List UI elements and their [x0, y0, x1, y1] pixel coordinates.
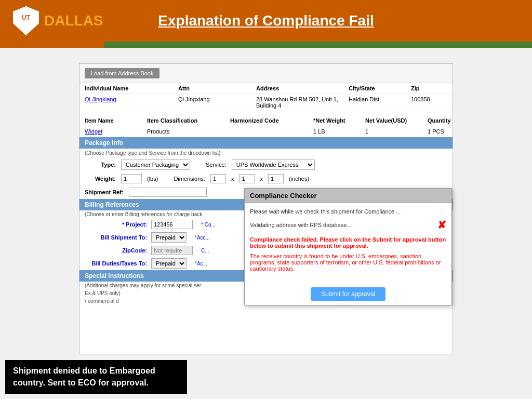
- c-label: C...: [201, 248, 209, 254]
- zipcode-input[interactable]: [151, 246, 193, 255]
- x-icon: ✘: [437, 219, 446, 231]
- col-net-weight: *Net Weight: [313, 117, 365, 124]
- col-classification: Item Classification: [147, 117, 230, 124]
- dim3-input[interactable]: [268, 174, 284, 183]
- zipcode-label: ZipCode:: [85, 247, 147, 254]
- x1: x: [231, 176, 234, 182]
- project-input[interactable]: [151, 220, 193, 229]
- item-net-value: 1: [365, 128, 428, 135]
- compliance-validating-row: Validating address with RPS database... …: [250, 219, 446, 231]
- attn-value: Qi Jingxiang: [178, 96, 256, 109]
- service-label: Service:: [206, 162, 227, 168]
- submit-highlight: Submit for approval: [373, 236, 427, 243]
- city-state-value: Haidian Dist: [349, 96, 411, 109]
- compliance-body: Please wait while we check this shipment…: [245, 203, 451, 283]
- weight-label: Weight:: [85, 176, 116, 182]
- weight-input[interactable]: [121, 174, 142, 183]
- item-name-link[interactable]: Widget: [85, 128, 147, 135]
- type-select[interactable]: Customer Packaging: [121, 159, 190, 170]
- item-header: Item Name Item Classification Harmonized…: [79, 115, 453, 126]
- logo-area: UT DALLAS: [10, 5, 103, 36]
- address-header: Individual Name Attn Address City/State …: [79, 83, 453, 94]
- bottom-caption: Shipment denied due to Embargoed country…: [5, 360, 187, 394]
- compliance-popup: Compliance Checker Please wait while we …: [244, 188, 452, 305]
- green-bar: [104, 42, 532, 48]
- col-individual-name: Individual Name: [85, 85, 178, 91]
- page-title: Explanation of Compliance Fail: [158, 12, 374, 29]
- dim1-input[interactable]: [210, 174, 226, 183]
- page-header: UT DALLAS Explanation of Compliance Fail: [0, 0, 532, 42]
- col-attn: Attn: [178, 85, 256, 91]
- dim-unit: (inches): [289, 176, 309, 182]
- package-type-row: Type: Customer Packaging Service: UPS Wo…: [79, 157, 453, 172]
- bill-shipment-label: Bill Shipment To:: [85, 234, 147, 241]
- item-data-row: Widget Products 1 LB 1 1 PCS: [79, 126, 453, 137]
- col-harmonized: Harmonized Code: [230, 117, 313, 124]
- type-label: Type:: [85, 162, 116, 168]
- color-bar: [0, 42, 532, 48]
- col-net-value: Net Value(USD): [365, 117, 428, 124]
- service-select[interactable]: UPS Worldwide Express: [232, 159, 315, 170]
- x2: x: [260, 176, 263, 182]
- package-info-header: Package Info: [79, 137, 453, 149]
- shipment-ref-input[interactable]: [129, 188, 207, 197]
- address-data-row: Qi Jingxiang Qi Jingxiang 28 Wanshou Rd …: [79, 94, 453, 111]
- submit-btn-row: Submit for approval: [245, 283, 451, 305]
- ut-shield-icon: UT: [10, 5, 42, 36]
- item-net-weight: 1 LB: [313, 128, 365, 135]
- compliance-fail-text: Compliance check failed. Please click on…: [250, 236, 446, 249]
- shipment-ref-label: Shipment Ref:: [85, 189, 124, 195]
- validating-text: Validating address with RPS database...: [250, 222, 351, 228]
- dimensions-label: Dimensions:: [174, 176, 205, 182]
- load-btn-row: Load from Address Book: [79, 64, 453, 83]
- svg-text:UT: UT: [22, 14, 31, 21]
- bill-duties-label: Bill Duties/Taxes To:: [85, 260, 147, 267]
- weight-unit: (lbs): [147, 176, 158, 182]
- compliance-wait-msg: Please wait while we check this shipment…: [250, 208, 446, 215]
- acct2-label: *Ac...: [195, 261, 207, 267]
- item-quantity: 1 PCS: [428, 128, 453, 135]
- compliance-header: Compliance Checker: [245, 189, 451, 203]
- col-item-name: Item Name: [85, 117, 147, 124]
- package-weight-row: Weight: (lbs) Dimensions: x x (inches): [79, 172, 453, 185]
- address-value: 28 Wanshou Rd RM 502, Unit 1, Building 4: [256, 96, 349, 109]
- item-harmonized: [230, 128, 313, 135]
- logo-dallas: DALLAS: [44, 12, 103, 29]
- package-info-note: (Choose Package type and Service from th…: [79, 149, 453, 157]
- main-content: Load from Address Book Individual Name A…: [0, 48, 532, 399]
- acct-label: *Acc...: [195, 235, 210, 241]
- load-address-book-button[interactable]: Load from Address Book: [85, 68, 159, 78]
- col-city-state: City/State: [349, 85, 411, 91]
- logo-text: DALLAS: [44, 12, 103, 29]
- col-address: Address: [256, 85, 349, 91]
- zip-value: 100858: [411, 96, 447, 109]
- orange-bar: [0, 42, 104, 48]
- col-zip: Zip: [411, 85, 447, 91]
- col-quantity: Quantity: [428, 117, 453, 124]
- compliance-reason: The receiver country is found to be unde…: [250, 253, 446, 272]
- project-label: * Project:: [85, 221, 147, 228]
- bill-shipment-select[interactable]: Prepaid: [151, 232, 187, 243]
- item-classification: Products: [147, 128, 230, 135]
- individual-name-link[interactable]: Qi Jingxiang: [85, 96, 178, 109]
- dim2-input[interactable]: [239, 174, 255, 183]
- cost-label: * Co...: [201, 222, 216, 228]
- submit-for-approval-button[interactable]: Submit for approval: [311, 287, 385, 301]
- bill-duties-select[interactable]: Prepaid: [151, 258, 187, 269]
